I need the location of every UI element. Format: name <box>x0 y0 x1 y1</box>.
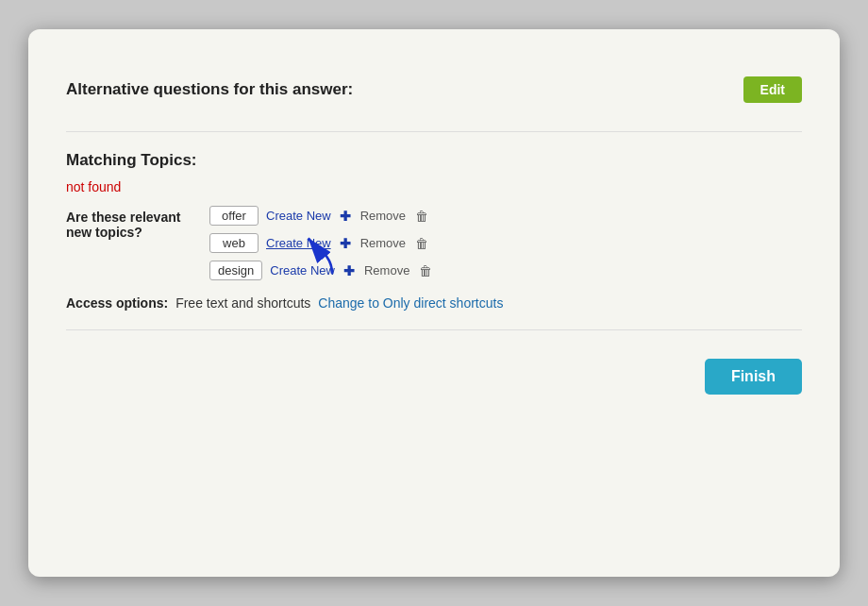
edit-button[interactable]: Edit <box>743 76 802 103</box>
create-new-link-design[interactable]: Create New <box>270 263 335 278</box>
trash-icon-design: 🗑 <box>419 263 432 278</box>
topic-tag-web: web <box>209 233 259 253</box>
topic-rows-container: offer Create New ✚ Remove 🗑 web Create N… <box>209 206 432 280</box>
remove-link-design[interactable]: Remove <box>364 263 409 278</box>
main-window: Alternative questions for this answer: E… <box>28 29 840 577</box>
matching-topics-section: Matching Topics: not found Are these rel… <box>66 132 802 329</box>
matching-topics-header: Matching Topics: <box>66 151 802 170</box>
trash-icon-offer: 🗑 <box>415 209 428 224</box>
topic-tag-design: design <box>209 261 262 280</box>
topic-row-design: design Create New ✚ Remove 🗑 <box>209 261 432 280</box>
remove-link-offer[interactable]: Remove <box>360 209 406 223</box>
footer-section: Finish <box>66 340 802 395</box>
alt-questions-header: Alternative questions for this answer: E… <box>66 76 802 103</box>
create-new-link-web[interactable]: Create New <box>266 236 331 250</box>
trash-icon-web: 🗑 <box>415 236 428 251</box>
plus-icon-offer: ✚ <box>340 209 351 224</box>
access-options-row: Access options: Free text and shortcuts … <box>66 295 802 320</box>
plus-icon-design: ✚ <box>343 263 355 278</box>
access-options-value: Free text and shortcuts <box>175 295 310 311</box>
alt-questions-title: Alternative questions for this answer: <box>66 80 353 99</box>
relevant-label: Are these relevant new topics? <box>66 206 198 240</box>
remove-link-web[interactable]: Remove <box>360 236 406 250</box>
topic-row-offer: offer Create New ✚ Remove 🗑 <box>209 206 432 226</box>
create-new-link-offer[interactable]: Create New <box>266 209 331 223</box>
matching-topics-title: Matching Topics: <box>66 151 197 170</box>
plus-icon-web: ✚ <box>340 236 351 251</box>
topic-tag-offer: offer <box>209 206 259 226</box>
change-access-link[interactable]: Change to Only direct shortcuts <box>318 295 503 311</box>
topic-row-web: web Create New ✚ Remove 🗑 <box>209 233 432 253</box>
relevant-topics-row: Are these relevant new topics? offer Cre… <box>66 206 802 280</box>
access-options-label: Access options: <box>66 295 168 311</box>
not-found-status: not found <box>66 179 802 194</box>
finish-button[interactable]: Finish <box>705 359 802 395</box>
alt-questions-section: Alternative questions for this answer: E… <box>66 58 802 132</box>
